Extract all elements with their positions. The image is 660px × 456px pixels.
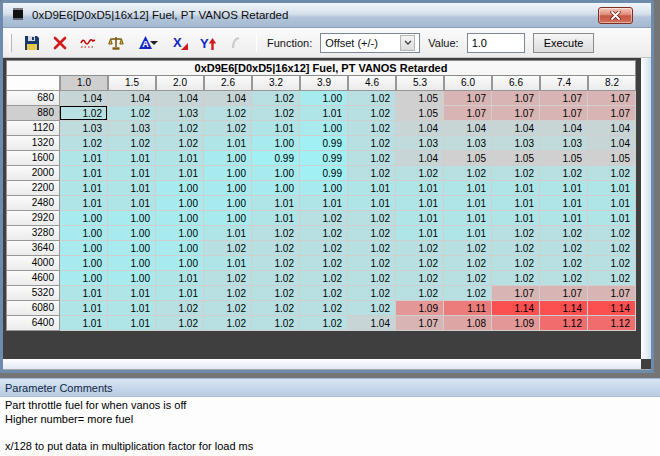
table-cell[interactable]: 1.04 <box>492 121 540 136</box>
table-cell[interactable]: 1.01 <box>156 271 204 286</box>
table-cell[interactable]: 1.02 <box>444 286 492 301</box>
table-cell[interactable]: 1.02 <box>348 256 396 271</box>
row-header[interactable]: 2000 <box>6 166 60 181</box>
table-cell[interactable]: 1.01 <box>540 211 588 226</box>
save-button[interactable] <box>22 33 42 53</box>
row-header[interactable]: 6080 <box>6 301 60 316</box>
table-cell[interactable]: 1.02 <box>300 211 348 226</box>
table-cell[interactable]: 1.00 <box>300 181 348 196</box>
table-cell[interactable]: 1.01 <box>60 316 108 331</box>
table-cell[interactable]: 1.07 <box>444 91 492 106</box>
table-cell[interactable]: 1.14 <box>588 301 636 316</box>
table-cell[interactable]: 1.04 <box>540 121 588 136</box>
table-cell[interactable]: 1.02 <box>540 256 588 271</box>
table-cell[interactable]: 1.00 <box>156 211 204 226</box>
table-cell[interactable]: 1.00 <box>60 241 108 256</box>
table-cell[interactable]: 1.02 <box>348 166 396 181</box>
table-cell[interactable]: 1.02 <box>300 226 348 241</box>
table-cell[interactable]: 1.02 <box>444 271 492 286</box>
row-header[interactable]: 4600 <box>6 271 60 286</box>
table-cell[interactable]: 1.02 <box>588 256 636 271</box>
table-cell[interactable]: 1.02 <box>204 121 252 136</box>
table-cell[interactable]: 1.09 <box>396 301 444 316</box>
table-cell[interactable]: 1.02 <box>156 121 204 136</box>
table-cell[interactable]: 1.02 <box>444 241 492 256</box>
table-cell[interactable]: 1.02 <box>492 271 540 286</box>
table-cell[interactable]: 1.07 <box>492 286 540 301</box>
table-cell[interactable]: 1.01 <box>60 166 108 181</box>
table-cell[interactable]: 1.07 <box>396 316 444 331</box>
table-cell[interactable]: 1.02 <box>540 166 588 181</box>
table-cell[interactable]: 1.02 <box>396 271 444 286</box>
table-cell[interactable]: 1.03 <box>156 106 204 121</box>
execute-button[interactable]: Execute <box>533 33 595 53</box>
table-cell[interactable]: 1.05 <box>492 151 540 166</box>
table-cell[interactable]: 1.01 <box>444 226 492 241</box>
column-header[interactable]: 3.2 <box>252 76 300 91</box>
table-cell[interactable]: 1.03 <box>444 136 492 151</box>
table-cell[interactable]: 1.03 <box>108 121 156 136</box>
table-cell[interactable]: 1.01 <box>348 181 396 196</box>
table-cell[interactable]: 1.03 <box>492 136 540 151</box>
table-cell[interactable]: 1.02 <box>300 256 348 271</box>
table-cell[interactable]: 1.00 <box>156 256 204 271</box>
row-header[interactable]: 680 <box>6 91 60 106</box>
table-cell[interactable]: 1.01 <box>588 181 636 196</box>
close-button[interactable] <box>598 7 633 24</box>
table-cell[interactable]: 1.14 <box>540 301 588 316</box>
table-cell[interactable]: 1.00 <box>252 166 300 181</box>
row-header[interactable]: 880 <box>6 106 60 121</box>
table-cell[interactable]: 1.02 <box>156 136 204 151</box>
table-cell[interactable]: 1.08 <box>444 316 492 331</box>
table-cell[interactable]: 1.00 <box>204 196 252 211</box>
table-cell[interactable]: 1.00 <box>204 211 252 226</box>
table-cell[interactable]: 1.02 <box>588 226 636 241</box>
table-cell[interactable]: 1.00 <box>60 226 108 241</box>
table-cell[interactable]: 1.02 <box>252 316 300 331</box>
row-header[interactable]: 1600 <box>6 151 60 166</box>
table-cell[interactable]: 1.02 <box>348 106 396 121</box>
table-cell[interactable]: 1.00 <box>108 256 156 271</box>
table-cell[interactable]: 1.07 <box>540 106 588 121</box>
row-header[interactable]: 2480 <box>6 196 60 211</box>
table-cell[interactable]: 1.01 <box>252 211 300 226</box>
table-cell[interactable]: 1.04 <box>204 91 252 106</box>
titlebar[interactable]: 0xD9E6[D0xD5|16x12] Fuel, PT VANOS Retar… <box>3 3 651 28</box>
table-cell[interactable]: 1.01 <box>60 301 108 316</box>
table-cell[interactable]: 1.01 <box>156 151 204 166</box>
table-cell[interactable]: 1.01 <box>60 196 108 211</box>
table-cell[interactable]: 1.01 <box>492 211 540 226</box>
table-cell[interactable]: 1.00 <box>300 121 348 136</box>
value-input[interactable] <box>467 33 525 53</box>
table-cell[interactable]: 1.02 <box>348 121 396 136</box>
column-header[interactable]: 2.0 <box>156 76 204 91</box>
table-cell[interactable]: 1.00 <box>108 211 156 226</box>
edit-y-axis-button[interactable]: Y <box>198 33 218 53</box>
table-cell[interactable]: 1.03 <box>396 136 444 151</box>
table-cell[interactable]: 1.05 <box>444 151 492 166</box>
table-cell[interactable]: 1.01 <box>492 181 540 196</box>
table-cell[interactable]: 1.02 <box>588 241 636 256</box>
table-cell[interactable]: 1.02 <box>204 241 252 256</box>
column-header[interactable]: 7.4 <box>540 76 588 91</box>
table-cell[interactable]: 1.01 <box>540 181 588 196</box>
table-cell[interactable]: 1.09 <box>492 316 540 331</box>
column-header[interactable]: 1.0 <box>60 76 108 91</box>
table-cell[interactable]: 1.02 <box>540 271 588 286</box>
row-header[interactable]: 3280 <box>6 226 60 241</box>
table-cell[interactable]: 1.04 <box>60 91 108 106</box>
table-cell[interactable]: 1.02 <box>156 316 204 331</box>
table-cell[interactable]: 1.02 <box>60 106 108 121</box>
column-header[interactable]: 3.9 <box>300 76 348 91</box>
table-cell[interactable]: 1.00 <box>60 256 108 271</box>
table-cell[interactable]: 1.01 <box>108 286 156 301</box>
table-cell[interactable]: 1.00 <box>108 271 156 286</box>
table-cell[interactable]: 1.00 <box>156 181 204 196</box>
row-header[interactable]: 2200 <box>6 181 60 196</box>
table-cell[interactable]: 1.01 <box>108 166 156 181</box>
table-cell[interactable]: 1.01 <box>300 106 348 121</box>
table-cell[interactable]: 1.07 <box>444 106 492 121</box>
table-cell[interactable]: 1.02 <box>492 226 540 241</box>
table-cell[interactable]: 1.01 <box>396 226 444 241</box>
table-cell[interactable]: 1.01 <box>444 196 492 211</box>
